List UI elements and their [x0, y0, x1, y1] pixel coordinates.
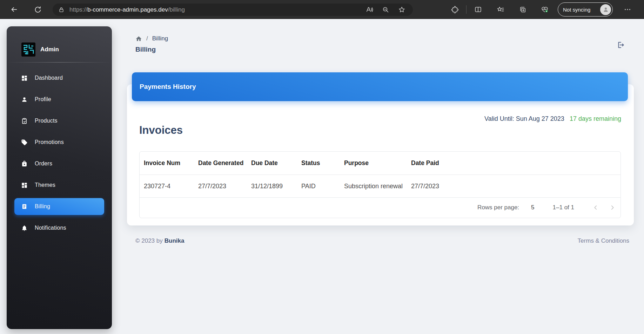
bell-icon [21, 224, 28, 231]
address-bar[interactable]: https://b-commerce-admin.pages.dev/billi… [53, 4, 413, 16]
sidebar-item-label: Notifications [35, 225, 66, 231]
logout-icon[interactable] [616, 41, 625, 50]
sidebar-item-label: Dashboard [35, 75, 63, 81]
clipboard-check-icon [21, 117, 28, 124]
banner-title: Payments History [140, 83, 196, 91]
subscription-validity: Valid Until: Sun Aug 27 2023 17 days rem… [484, 115, 621, 123]
sidebar-nav: Dashboard Profile Products Promotions Or… [7, 63, 112, 236]
receipt-icon [21, 203, 28, 210]
url-scheme: https:// [69, 6, 87, 13]
collections-icon[interactable] [518, 5, 527, 14]
brand[interactable]: Admin [7, 26, 112, 61]
column-header-due-date[interactable]: Due Date [247, 159, 297, 167]
sidebar-item-profile[interactable]: Profile [14, 91, 104, 108]
cell-invoice-num: 230727-4 [140, 183, 194, 190]
payments-history-banner: Payments History [132, 72, 628, 101]
rows-per-page-label: Rows per page: [477, 204, 519, 211]
days-remaining-text: 17 days remaining [570, 115, 621, 122]
sidebar-item-label: Products [35, 118, 58, 124]
extensions-icon[interactable] [450, 5, 459, 14]
sidebar-item-label: Orders [35, 161, 52, 167]
footer-copyright: © 2023 byBunika [135, 237, 184, 244]
cell-status: PAID [297, 183, 340, 190]
favorites-bar-icon[interactable] [496, 5, 505, 14]
tag-icon [21, 139, 28, 146]
profile-sync-button[interactable]: Not syncing [558, 2, 613, 17]
breadcrumb: / Billing [135, 35, 168, 42]
sidebar-item-orders[interactable]: Orders [14, 155, 104, 172]
lock-icon[interactable] [58, 7, 65, 13]
split-screen-icon[interactable] [474, 5, 483, 14]
url-host: b-commerce-admin.pages.dev [87, 6, 168, 13]
sync-status-label: Not syncing [563, 7, 590, 13]
sidebar-item-dashboard[interactable]: Dashboard [14, 70, 104, 86]
themes-grid-icon [21, 182, 28, 189]
rows-per-page-select[interactable]: 5 [531, 204, 534, 211]
cell-date-generated: 27/7/2023 [194, 183, 247, 190]
refresh-icon[interactable] [33, 5, 42, 14]
footer-brand: Bunika [165, 237, 185, 244]
url-path: /billing [168, 6, 185, 13]
sidebar-item-label: Promotions [35, 139, 64, 145]
column-header-purpose[interactable]: Purpose [340, 159, 407, 167]
screen: https://b-commerce-admin.pages.dev/billi… [0, 0, 644, 334]
home-icon[interactable] [135, 35, 142, 42]
orders-bag-icon [21, 160, 28, 167]
zoom-out-icon[interactable] [381, 6, 390, 14]
favorite-star-icon[interactable] [397, 6, 406, 14]
column-header-date-generated[interactable]: Date Generated [194, 159, 247, 167]
sidebar-item-notifications[interactable]: Notifications [14, 220, 104, 236]
app-viewport: Admin Dashboard Profile Products [0, 19, 644, 334]
sidebar-item-promotions[interactable]: Promotions [14, 134, 104, 151]
breadcrumb-current[interactable]: Billing [152, 35, 168, 42]
url-text[interactable]: https://b-commerce-admin.pages.dev/billi… [69, 6, 365, 13]
settings-menu-icon[interactable] [623, 5, 632, 14]
column-header-date-paid[interactable]: Date Paid [407, 159, 620, 167]
previous-page-icon[interactable] [590, 202, 601, 213]
invoices-table: Invoice Num Date Generated Due Date Stat… [139, 151, 621, 218]
sidebar: Admin Dashboard Profile Products [7, 26, 112, 329]
back-icon[interactable] [9, 5, 19, 14]
cell-due-date: 31/12/1899 [247, 183, 297, 190]
table-pagination: Rows per page: 5 1–1 of 1 [140, 198, 620, 217]
brand-logo-icon [21, 42, 35, 57]
sidebar-item-themes[interactable]: Themes [14, 177, 104, 194]
pagination-range: 1–1 of 1 [553, 204, 574, 211]
sidebar-item-billing[interactable]: Billing [14, 198, 104, 215]
valid-until-text: Valid Until: Sun Aug 27 2023 [484, 115, 564, 122]
avatar [600, 4, 611, 15]
browser-essentials-icon[interactable] [540, 5, 549, 14]
sidebar-item-label: Themes [35, 182, 55, 188]
page-title: Billing [135, 46, 156, 53]
dashboard-icon [21, 74, 28, 81]
column-header-invoice-num[interactable]: Invoice Num [140, 159, 194, 167]
toolbar-divider [466, 5, 467, 14]
table-header-row: Invoice Num Date Generated Due Date Stat… [140, 152, 620, 175]
sidebar-item-products[interactable]: Products [14, 112, 104, 129]
cell-date-paid: 27/7/2023 [407, 183, 620, 190]
sidebar-item-label: Profile [35, 96, 51, 103]
browser-toolbar: https://b-commerce-admin.pages.dev/billi… [0, 0, 644, 19]
breadcrumb-separator: / [146, 35, 148, 42]
person-icon [21, 96, 28, 103]
billing-card: Valid Until: Sun Aug 27 2023 17 days rem… [127, 84, 634, 225]
next-page-icon[interactable] [607, 202, 618, 213]
cell-purpose: Subscription renewal [340, 183, 407, 190]
table-row[interactable]: 230727-4 27/7/2023 31/12/1899 PAID Subsc… [140, 175, 620, 198]
sidebar-item-label: Billing [35, 203, 50, 210]
read-aloud-icon[interactable] [365, 6, 374, 14]
invoices-heading: Invoices [139, 124, 183, 137]
brand-name: Admin [40, 46, 59, 53]
column-header-status[interactable]: Status [297, 159, 340, 167]
terms-link[interactable]: Terms & Conditions [578, 237, 629, 244]
copyright-text: © 2023 by [135, 237, 163, 244]
